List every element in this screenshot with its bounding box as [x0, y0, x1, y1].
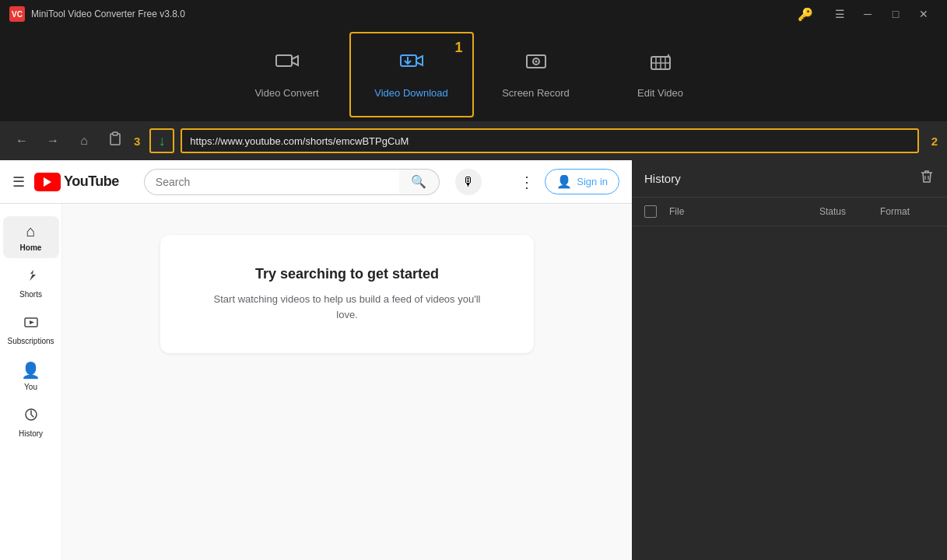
yt-signin-button[interactable]: 👤 Sign in [545, 169, 619, 194]
history-col-status: Status [819, 206, 874, 217]
browser-area: ☰ YouTube 🔍 🎙 ⋮ 👤 Sign in [0, 160, 632, 560]
key-icon[interactable]: 🔑 [798, 7, 813, 22]
subscriptions-nav-label: Subscriptions [7, 337, 54, 345]
yt-more-options[interactable]: ⋮ [519, 173, 535, 191]
history-panel-header: History [632, 160, 947, 198]
tab-screen-record-label: Screen Record [502, 87, 570, 99]
tab-edit-video-label: Edit Video [637, 87, 683, 99]
yt-search-wrap: 🔍 [144, 169, 440, 195]
history-col-format: Format [880, 206, 935, 217]
tab-video-convert[interactable]: Video Convert [225, 32, 349, 117]
history-nav-label: History [19, 429, 43, 438]
menu-button[interactable]: ☰ [826, 0, 854, 28]
shorts-nav-icon [23, 268, 39, 287]
home-icon: ⌂ [80, 134, 88, 148]
paste-icon [107, 131, 123, 150]
back-icon: ← [16, 134, 28, 148]
close-button[interactable]: ✕ [910, 0, 938, 28]
app-title: MiniTool Video Converter Free v3.8.0 [31, 9, 798, 19]
youtube-content: Try searching to get started Start watch… [62, 204, 632, 560]
home-button[interactable]: ⌂ [72, 128, 96, 153]
user-circle-icon: 👤 [556, 174, 572, 189]
tab-edit-video[interactable]: Edit Video [598, 32, 723, 117]
youtube-logo[interactable]: YouTube [34, 173, 119, 191]
search-icon: 🔍 [411, 174, 426, 189]
yt-right-controls: ⋮ 👤 Sign in [519, 169, 619, 194]
back-button[interactable]: ← [9, 128, 34, 153]
history-body [632, 226, 947, 560]
yt-menu-icon[interactable]: ☰ [12, 173, 25, 191]
subscriptions-nav-icon [23, 314, 39, 334]
empty-state-title: Try searching to get started [207, 266, 487, 282]
youtube-sidebar: ⌂ Home Shorts [0, 204, 62, 560]
app-logo: VC [9, 6, 25, 22]
video-convert-icon [275, 51, 300, 81]
shorts-nav-label: Shorts [19, 290, 42, 299]
url-input[interactable] [182, 135, 917, 147]
yt-search-button[interactable]: 🔍 [399, 169, 440, 195]
window-controls: ☰ ─ □ ✕ [826, 0, 938, 28]
mic-icon: 🎙 [462, 175, 475, 189]
you-nav-icon: 👤 [21, 361, 40, 380]
download-icon: ↓ [159, 133, 166, 149]
yt-logo-text: YouTube [64, 173, 119, 190]
yt-search-input[interactable] [144, 169, 399, 195]
svg-rect-0 [276, 55, 292, 66]
youtube-header: ☰ YouTube 🔍 🎙 ⋮ 👤 Sign in [0, 160, 632, 204]
paste-button[interactable] [103, 128, 128, 153]
yt-mic-button[interactable]: 🎙 [455, 169, 482, 195]
yt-logo-icon [34, 173, 61, 191]
svg-rect-8 [113, 132, 117, 135]
youtube-body: ⌂ Home Shorts [0, 204, 632, 560]
sidebar-item-history[interactable]: History [3, 401, 59, 444]
home-nav-label: Home [20, 243, 42, 252]
forward-button[interactable]: → [40, 128, 65, 153]
minimize-button[interactable]: ─ [854, 0, 882, 28]
forward-icon: → [47, 134, 59, 148]
tab-video-download-label: Video Download [374, 87, 447, 99]
maximize-button[interactable]: □ [882, 0, 910, 28]
history-col-file: File [669, 206, 813, 217]
history-table-header: File Status Format [632, 198, 947, 226]
tab-video-convert-label: Video Convert [254, 87, 318, 99]
you-nav-label: You [24, 383, 37, 391]
video-download-icon [399, 51, 424, 81]
svg-marker-10 [30, 320, 34, 324]
url-badge: 2 [931, 135, 938, 148]
select-all-checkbox[interactable] [644, 205, 657, 218]
svg-point-5 [535, 61, 537, 63]
download-button[interactable]: ↓ [149, 128, 174, 153]
toolbar: ← → ⌂ 3 ↓ 2 [0, 121, 947, 160]
video-download-badge: 1 [454, 40, 462, 56]
tab-bar: Video Convert Video Download 1 Screen Re… [0, 28, 947, 121]
titlebar: VC MiniTool Video Converter Free v3.8.0 … [0, 0, 947, 28]
edit-video-icon [648, 51, 673, 81]
empty-state-subtitle: Start watching videos to help us build a… [207, 292, 487, 322]
sidebar-item-you[interactable]: 👤 You [3, 355, 59, 397]
home-nav-icon: ⌂ [26, 222, 35, 240]
delete-history-icon[interactable] [919, 169, 935, 188]
empty-state-card: Try searching to get started Start watch… [160, 235, 534, 353]
history-title: History [644, 172, 919, 185]
sidebar-item-home[interactable]: ⌂ Home [3, 216, 59, 258]
yt-signin-label: Sign in [577, 176, 608, 187]
sidebar-item-subscriptions[interactable]: Subscriptions [3, 308, 59, 352]
history-panel: History File Status Format [632, 160, 947, 560]
screen-record-icon [524, 51, 549, 81]
main-area: ☰ YouTube 🔍 🎙 ⋮ 👤 Sign in [0, 160, 947, 560]
url-input-wrap [181, 128, 918, 153]
tab-screen-record[interactable]: Screen Record [474, 32, 598, 117]
history-nav-icon [23, 407, 39, 426]
tab-video-download[interactable]: Video Download 1 [349, 32, 474, 117]
sidebar-item-shorts[interactable]: Shorts [3, 261, 59, 305]
toolbar-count: 3 [134, 135, 140, 148]
